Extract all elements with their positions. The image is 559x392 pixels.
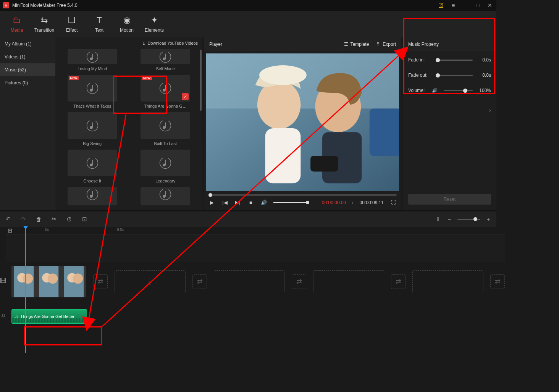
fade-out-slider[interactable]	[436, 75, 473, 76]
split-button[interactable]: ✂	[50, 216, 57, 223]
next-frame-button[interactable]: ▶|	[234, 200, 241, 205]
clip-slot[interactable]	[313, 270, 384, 293]
app-logo: M	[3, 2, 9, 8]
transition-slot[interactable]: ⇄	[490, 274, 505, 289]
delete-button[interactable]: 🗑	[35, 216, 42, 223]
snap-icon[interactable]: ⦀	[435, 216, 441, 223]
new-badge: NEW	[69, 76, 79, 80]
stop-button[interactable]: ■	[247, 200, 254, 205]
media-card-label: Big Swing	[83, 141, 102, 146]
fade-in-slider[interactable]	[436, 60, 473, 61]
media-card[interactable]: Big Swing	[59, 112, 126, 146]
zoom-in-button[interactable]: +	[485, 216, 492, 223]
undo-button[interactable]: ↶	[5, 216, 11, 223]
export-button[interactable]: ⭱ Export	[376, 42, 396, 47]
tab-effect[interactable]: ❏ Effect	[58, 11, 86, 37]
title-bar: M MiniTool MovieMaker Free 5.4.0 ⚿ ≡ — □…	[0, 0, 496, 11]
sidebar-item-music[interactable]: Music (52)	[0, 63, 55, 76]
media-thumb	[141, 112, 190, 139]
ruler-mark-9: 9.0s	[117, 227, 124, 232]
key-icon[interactable]: ⚿	[438, 2, 444, 9]
fade-out-label: Fade out:	[408, 73, 432, 78]
text-track[interactable]	[6, 234, 505, 262]
media-scrollbar[interactable]	[200, 50, 202, 111]
property-title: Music Property	[403, 37, 496, 51]
volume-icon[interactable]: 🔊	[260, 200, 267, 205]
transition-slot[interactable]: ⇄	[292, 274, 306, 289]
fullscreen-button[interactable]: ⛶	[390, 200, 397, 205]
video-track[interactable]: ⇄ ⭳ ⇄ ⇄ ⇄ ⇄	[6, 262, 505, 301]
reset-button[interactable]: Reset	[408, 194, 491, 205]
progress-handle[interactable]	[208, 193, 212, 197]
new-badge: NEW	[142, 76, 152, 80]
media-card[interactable]	[132, 187, 199, 205]
player-title: Player	[209, 42, 337, 47]
sidebar-item-myalbum[interactable]: My Album (1)	[0, 37, 55, 50]
prev-frame-button[interactable]: |◀	[221, 200, 228, 205]
zoom-slider[interactable]	[457, 219, 480, 220]
video-preview	[206, 53, 399, 191]
media-card-label: Losing My Mind	[78, 66, 107, 71]
media-thumb: NEW✓	[141, 75, 190, 102]
tab-text[interactable]: T Text	[86, 11, 113, 37]
expand-caret-icon[interactable]: ›	[489, 107, 491, 114]
player-progress[interactable]	[208, 194, 397, 196]
volume-row: Volume: 🔊 100%	[408, 88, 491, 93]
svg-point-32	[257, 80, 301, 129]
media-card[interactable]: Self Made	[132, 49, 199, 71]
transition-slot[interactable]: ⇄	[192, 274, 207, 289]
media-card[interactable]: NEWThat's What It Takes	[59, 75, 126, 108]
svg-point-33	[259, 65, 307, 85]
svg-rect-11	[165, 85, 166, 90]
audio-clip[interactable]: ♫ Things Are Gonna Get Better	[11, 309, 87, 324]
download-youtube-link[interactable]: ⤓ Download YouTube Videos	[55, 37, 202, 49]
volume-slider[interactable]	[444, 90, 473, 91]
tab-transition[interactable]: ⇆ Transition	[31, 11, 58, 37]
audio-track[interactable]: ♫ Things Are Gonna Get Better	[6, 301, 505, 331]
sidebar-item-videos[interactable]: Videos (1)	[0, 50, 55, 63]
tab-motion[interactable]: ◉ Motion	[113, 11, 141, 37]
layers-icon: ☰	[344, 42, 348, 47]
tab-media[interactable]: 🗀 Media	[3, 11, 31, 37]
media-card-label: Choose It	[83, 179, 101, 183]
add-track-button[interactable]: ⊞	[6, 227, 13, 234]
svg-rect-8	[92, 85, 93, 90]
zoom-out-button[interactable]: −	[446, 216, 453, 223]
player-volume-slider[interactable]	[273, 202, 308, 203]
media-card[interactable]: Choose It	[59, 150, 126, 183]
time-duration: 00:00:09.11	[360, 200, 384, 205]
effect-icon: ❏	[68, 15, 76, 25]
crop-button[interactable]: ⊡	[81, 216, 88, 223]
clip-slot[interactable]	[214, 270, 285, 293]
svg-point-44	[48, 273, 58, 284]
media-card[interactable]: Built To Last	[132, 112, 199, 146]
play-button[interactable]: ▶	[208, 200, 215, 205]
svg-rect-14	[92, 123, 93, 128]
media-thumb	[68, 150, 117, 176]
timeline-ruler[interactable]: 0s 9.0s	[40, 227, 496, 234]
media-card[interactable]: NEW✓Things Are Gonna G…	[132, 75, 199, 108]
sidebar-item-pictures[interactable]: Pictures (0)	[0, 76, 55, 89]
fade-out-row: Fade out: 0.0s	[408, 73, 491, 78]
media-card[interactable]	[59, 187, 126, 205]
media-card[interactable]: Losing My Mind	[59, 49, 126, 71]
media-thumb	[141, 150, 190, 176]
media-card-label: Legendary	[155, 179, 175, 183]
clip-slot[interactable]: ⭳	[115, 270, 186, 293]
media-thumb	[68, 187, 117, 205]
folder-icon: 🗀	[13, 15, 21, 25]
video-clip[interactable]	[11, 266, 86, 297]
speed-button[interactable]: ⏱	[66, 216, 73, 223]
minimize-button[interactable]: —	[462, 2, 469, 9]
clip-slot[interactable]	[412, 270, 483, 293]
media-card[interactable]: Legendary	[132, 150, 199, 183]
template-button[interactable]: ☰ Template	[344, 42, 369, 47]
close-button[interactable]: ✕	[486, 2, 493, 9]
maximize-button[interactable]: □	[474, 2, 481, 9]
timeline-playhead[interactable]	[25, 227, 26, 353]
transition-slot[interactable]: ⇄	[391, 274, 406, 289]
menu-icon[interactable]: ≡	[450, 2, 457, 9]
transition-slot[interactable]: ⇄	[93, 274, 108, 289]
redo-button[interactable]: ↷	[20, 216, 27, 223]
tab-elements[interactable]: ✦ Elements	[141, 11, 168, 37]
